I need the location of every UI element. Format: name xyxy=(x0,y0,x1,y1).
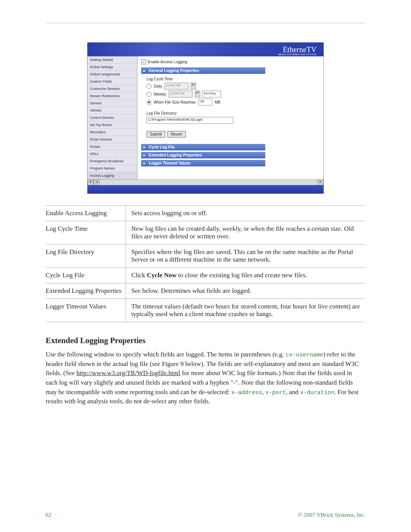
body-paragraph: Use the following window to specify whic… xyxy=(46,350,365,406)
section-timeout-label: Logger Timeout Values xyxy=(149,161,191,165)
weekly-label: Weekly xyxy=(154,92,166,96)
code-x-address: x-address xyxy=(231,390,262,396)
sidebar-item-getting-started[interactable]: Getting Started xyxy=(88,56,137,64)
term-cell: Log Cycle Time xyxy=(46,221,126,244)
filesize-radio[interactable] xyxy=(147,100,151,105)
sidebar-item-emergency-broadcast[interactable]: Emergency Broadcast xyxy=(88,158,137,165)
sidebar-item-script-devices[interactable]: Script Devices xyxy=(88,136,137,143)
section-general-logging[interactable]: ▸ General Logging Properties xyxy=(141,67,265,74)
desc-cell: The timeout values (default two hours fo… xyxy=(126,299,366,322)
weekly-time-spinner[interactable]: ▴▾ xyxy=(195,91,200,97)
table-row: Log File Directory Specifies where the l… xyxy=(46,244,365,268)
section-heading: Extended Logging Properties xyxy=(46,336,365,345)
desc-cell: New log files can be created daily, week… xyxy=(126,221,366,244)
sidebar-item-global-assignments[interactable]: Global Assignments xyxy=(88,71,137,78)
section-logger-timeout[interactable]: ▸ Logger Timeout Values xyxy=(141,160,265,166)
sidebar-item-customize-streams[interactable]: Customize Streams xyxy=(88,85,137,93)
weekly-radio[interactable] xyxy=(147,92,151,97)
code-cs-username: cs-username xyxy=(285,352,323,358)
daily-radio[interactable] xyxy=(147,84,151,89)
sidebar-item-scripts[interactable]: Scripts xyxy=(88,143,137,150)
main-panel: ✓ Enable Access Logging ▸ General Loggin… xyxy=(137,56,323,179)
logo-text: EtherneTV xyxy=(283,45,317,54)
term-cell: Log File Directory xyxy=(46,244,126,268)
code-x-port: x-port xyxy=(265,390,286,396)
table-row: Logger Timeout Values The timeout values… xyxy=(46,299,365,322)
submit-button[interactable]: Submit xyxy=(147,131,165,137)
definition-table: Enable Access Logging Sets access loggin… xyxy=(46,205,365,322)
sidebar-item-access-logging[interactable]: Access Logging xyxy=(88,172,137,179)
filesize-unit: MB xyxy=(215,100,220,104)
expand-icon: ▸ xyxy=(143,161,145,165)
desc-cell: Specifies where the log files are saved.… xyxy=(126,244,366,268)
copyright-text: © 2007 VBrick Systems, Inc. xyxy=(298,512,365,518)
sidebar-item-program-names[interactable]: Program Names xyxy=(88,165,137,172)
sidebar-item-recorders[interactable]: Recorders xyxy=(88,129,137,136)
table-row: Cycle Log File Click Cycle Now to close … xyxy=(46,268,365,283)
section-extended-label: Extended Logging Properties xyxy=(149,153,202,157)
sidebar-item-vbricks[interactable]: VBricks xyxy=(88,107,137,114)
sidebar-item-urls[interactable]: URLs xyxy=(88,150,137,158)
weekly-day-select[interactable]: Monday xyxy=(202,91,221,97)
term-cell: Logger Timeout Values xyxy=(46,299,126,322)
filesize-label: When File Size Reaches: xyxy=(154,100,196,104)
app-screenshot: EtherneTV MEDIA DISTRIBUTION SYSTEM Gett… xyxy=(87,42,324,194)
revert-button[interactable]: Revert xyxy=(167,131,185,137)
section-general-label: General Logging Properties xyxy=(149,69,199,73)
desc-cell: Click Cycle Now to close the existing lo… xyxy=(126,268,366,283)
logo-subtext: MEDIA DISTRIBUTION SYSTEM xyxy=(278,53,317,56)
enable-access-logging-label: Enable Access Logging xyxy=(148,60,187,64)
top-rule xyxy=(46,23,365,23)
log-dir-label: Log File Directory: xyxy=(147,111,320,115)
sidebar-item-control-devices[interactable]: Control Devices xyxy=(88,114,137,121)
screenshot-footer-bar xyxy=(88,185,323,193)
weekly-time-input[interactable]: 12:00 AM xyxy=(169,91,193,97)
desc-cell: See below. Determines what fields are lo… xyxy=(126,283,366,299)
daily-label: Daily xyxy=(154,84,162,88)
screenshot-header: EtherneTV MEDIA DISTRIBUTION SYSTEM xyxy=(88,43,323,56)
sidebar-item-stream-restrictions[interactable]: Stream Restrictions xyxy=(88,93,137,100)
table-row: Log Cycle Time New log files can be crea… xyxy=(46,221,365,244)
log-cycle-time-label: Log Cycle Time xyxy=(147,77,320,81)
section-cycle-label: Cycle Log File xyxy=(149,145,175,149)
table-row: Enable Access Logging Sets access loggin… xyxy=(46,206,365,221)
sidebar-item-set-top-boxes[interactable]: Set Top Boxes xyxy=(88,121,137,129)
term-cell: Cycle Log File xyxy=(46,268,126,283)
desc-cell: Sets access logging on or off. xyxy=(126,206,366,221)
w3c-link[interactable]: http://www.w3.org/TR/WD-logfile.html xyxy=(76,369,180,377)
sidebar: Getting Started Global Settings Global A… xyxy=(88,56,137,179)
sidebar-item-custom-fields[interactable]: Custom Fields xyxy=(88,78,137,85)
daily-time-input[interactable]: 12:00 AM xyxy=(164,83,188,89)
sidebar-item-global-settings[interactable]: Global Settings xyxy=(88,64,137,71)
term-cell: Enable Access Logging xyxy=(46,206,126,221)
sidebar-item-servers[interactable]: Servers xyxy=(88,100,137,107)
log-dir-input[interactable]: C:\Program Files\VBrick\MCS\Logs\ xyxy=(147,117,233,124)
section-cycle-log-file[interactable]: ▸ Cycle Log File xyxy=(141,144,265,150)
expand-icon: ▸ xyxy=(143,145,145,149)
code-x-duration: x-duration xyxy=(300,390,334,396)
collapse-icon: ▸ xyxy=(143,69,145,73)
filesize-input[interactable]: 20 xyxy=(199,99,212,105)
enable-access-logging-checkbox[interactable]: ✓ xyxy=(141,59,146,64)
horizontal-scrollbar[interactable]: ▾ ◂ ▸ xyxy=(88,179,323,185)
section-extended-logging[interactable]: ▸ Extended Logging Properties xyxy=(141,152,265,158)
term-cell: Extended Logging Properties xyxy=(46,283,126,299)
daily-time-spinner[interactable]: ▴▾ xyxy=(191,83,196,89)
page-number: 62 xyxy=(46,512,51,518)
expand-icon: ▸ xyxy=(143,153,145,157)
table-row: Extended Logging Properties See below. D… xyxy=(46,283,365,299)
